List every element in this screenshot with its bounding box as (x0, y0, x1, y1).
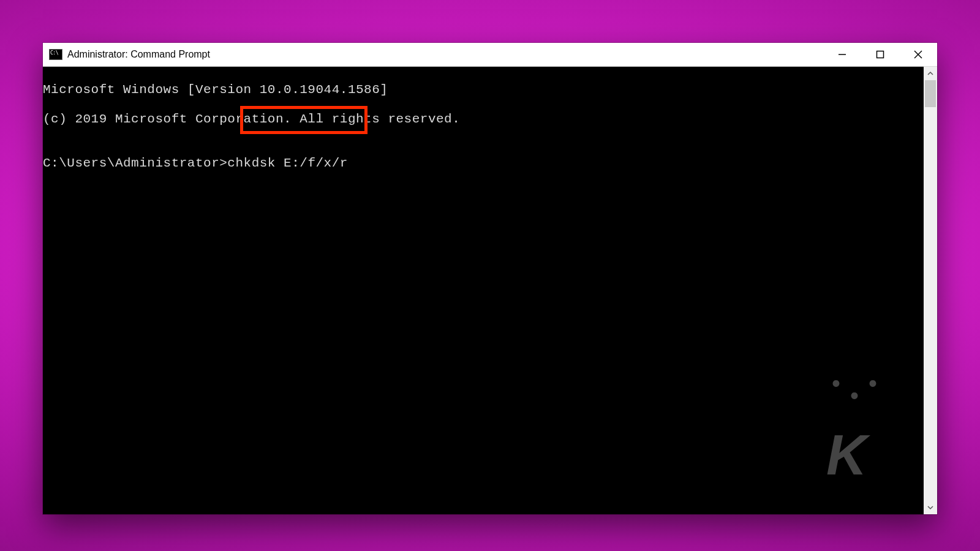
watermark: • • • K (826, 350, 907, 506)
prompt-path: C:\Users\Administrator> (43, 156, 227, 170)
watermark-letter: K (826, 433, 907, 476)
window-controls (823, 43, 937, 66)
scrollbar-track[interactable] (924, 80, 937, 501)
minimize-button[interactable] (823, 43, 861, 66)
command-prompt-window: Administrator: Command Prompt Microsoft … (43, 43, 937, 514)
terminal-prompt-line: C:\Users\Administrator>chkdsk E:/f/x/r (43, 156, 924, 171)
typed-command: chkdsk E:/f/x/r (227, 156, 348, 170)
terminal-line: Microsoft Windows [Version 10.0.19044.15… (43, 83, 924, 97)
client-area: Microsoft Windows [Version 10.0.19044.15… (43, 67, 937, 514)
close-button[interactable] (899, 43, 937, 66)
scroll-up-button[interactable] (924, 67, 937, 80)
maximize-button[interactable] (861, 43, 899, 66)
terminal-line: (c) 2019 Microsoft Corporation. All righ… (43, 112, 924, 127)
cmd-icon (49, 49, 62, 60)
titlebar[interactable]: Administrator: Command Prompt (43, 43, 937, 67)
vertical-scrollbar[interactable] (924, 67, 937, 514)
svg-rect-1 (877, 51, 884, 58)
terminal-output[interactable]: Microsoft Windows [Version 10.0.19044.15… (43, 67, 924, 514)
scrollbar-thumb[interactable] (925, 80, 936, 107)
scroll-down-button[interactable] (924, 501, 937, 514)
desktop-background: Administrator: Command Prompt Microsoft … (0, 0, 980, 551)
window-title: Administrator: Command Prompt (67, 49, 823, 60)
